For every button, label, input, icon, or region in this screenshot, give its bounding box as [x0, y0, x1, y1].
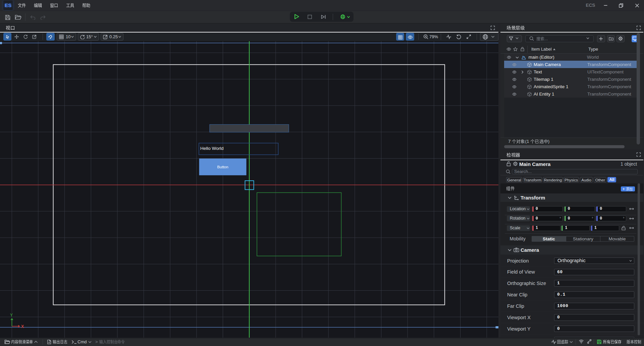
svg-text:Hello World: Hello World [200, 146, 224, 151]
svg-text:X: X [21, 324, 24, 329]
svg-text:Y: Y [10, 313, 13, 318]
svg-text:Button: Button [217, 165, 228, 169]
